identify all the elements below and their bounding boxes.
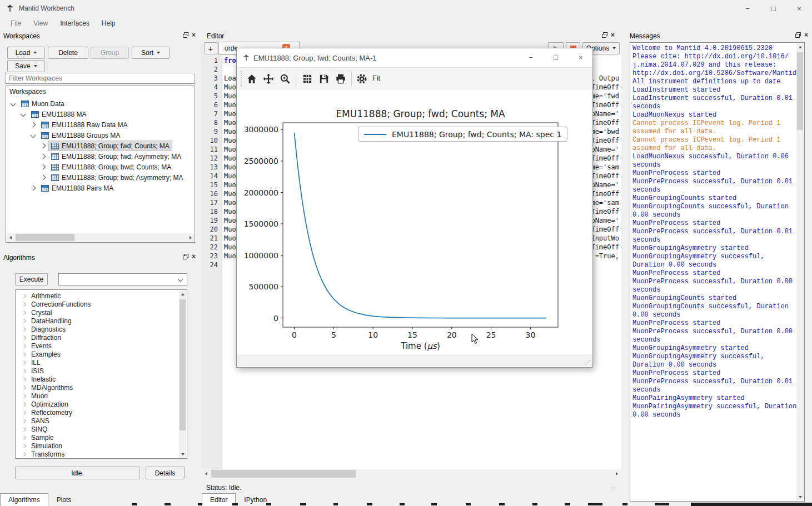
algorithm-category-row[interactable]: Simulation <box>17 442 178 450</box>
algorithm-select[interactable] <box>58 273 187 285</box>
filter-workspaces-input[interactable] <box>6 73 195 84</box>
menu-item[interactable]: Interfaces <box>54 18 96 29</box>
scroll-right-icon[interactable] <box>187 233 194 242</box>
expander-icon[interactable] <box>22 435 26 439</box>
algorithm-category-row[interactable]: Reflectometry <box>17 408 178 417</box>
scrollbar-thumb[interactable] <box>180 299 186 430</box>
combobox-arrow-icon[interactable] <box>178 277 183 282</box>
resize-grip[interactable]: ⁝⁝ <box>611 485 616 492</box>
expander-icon[interactable] <box>22 452 26 456</box>
algorithm-progress-button[interactable]: Idle. <box>15 467 140 479</box>
save-button[interactable]: Save <box>7 60 45 72</box>
zoom-icon[interactable] <box>279 73 291 85</box>
expander-icon[interactable] <box>22 302 26 306</box>
scroll-down-icon[interactable] <box>179 450 186 458</box>
scroll-down-icon[interactable] <box>796 493 804 500</box>
plot-figure-window[interactable]: EMU11888; Group; fwd; Counts; MA-1 − □ × <box>236 48 593 368</box>
workspace-tree-row[interactable]: Muon Data <box>7 98 193 109</box>
scroll-right-icon[interactable] <box>613 469 620 478</box>
menu-item[interactable]: File <box>4 18 27 29</box>
dock-tab[interactable]: Algorithms <box>0 493 48 506</box>
scrollbar-thumb[interactable] <box>16 234 74 241</box>
menu-item[interactable]: View <box>27 18 54 29</box>
tree-hscrollbar[interactable] <box>7 233 194 242</box>
fit-button[interactable]: Fit <box>369 73 383 83</box>
scroll-up-icon[interactable] <box>179 290 186 298</box>
algorithm-category-row[interactable]: Crystal <box>17 308 178 317</box>
plot-canvas[interactable]: EMU11888; Group; fwd; Counts; MA 0510152… <box>237 90 592 355</box>
tree-root-label[interactable]: Workspaces <box>9 88 46 96</box>
expander-icon[interactable] <box>22 368 26 373</box>
grid-icon[interactable] <box>301 73 313 85</box>
expander-icon[interactable] <box>31 186 36 191</box>
algorithm-category-row[interactable]: Transforms <box>17 450 178 458</box>
algorithm-category-row[interactable]: ILL <box>17 358 178 367</box>
minimize-button[interactable]: − <box>735 0 760 17</box>
expander-icon[interactable] <box>22 352 26 356</box>
expander-icon[interactable] <box>22 443 26 448</box>
expander-icon[interactable] <box>22 293 26 298</box>
expander-icon[interactable] <box>41 154 46 159</box>
undock-icon[interactable] <box>795 32 801 38</box>
scroll-left-icon[interactable] <box>202 469 210 478</box>
expander-icon[interactable] <box>22 360 26 364</box>
customize-icon[interactable] <box>356 73 368 85</box>
plot-legend[interactable]: EMU11888; Group; fwd; Counts; MA: spec 1 <box>358 127 567 142</box>
workspace-tree-row[interactable]: EMU11888; Group; bwd; Counts; MA <box>7 162 193 172</box>
expander-icon[interactable] <box>31 133 36 138</box>
close-button[interactable]: × <box>786 0 812 17</box>
editor-hscrollbar[interactable] <box>201 469 621 478</box>
expander-icon[interactable] <box>22 335 26 339</box>
algorithm-category-row[interactable]: Sample <box>17 433 178 442</box>
workspaces-tree[interactable]: Workspaces Muon Data EMU11888 MA <box>6 86 195 243</box>
execute-button[interactable]: Execute <box>15 273 48 285</box>
workspace-tree-row[interactable]: EMU11888; Group; bwd; Asymmetry; MA <box>7 172 193 183</box>
expander-icon[interactable] <box>21 112 26 117</box>
expander-icon[interactable] <box>22 393 26 398</box>
algorithm-category-row[interactable]: SANS <box>17 417 178 425</box>
workspace-tree-row[interactable]: EMU11888 Groups MA <box>7 130 193 141</box>
pan-icon[interactable] <box>262 73 275 85</box>
algorithms-vscrollbar[interactable] <box>179 290 186 458</box>
workspace-tree-row[interactable]: EMU11888; Group; fwd; Asymmetry; MA <box>7 151 193 162</box>
workspace-tree-row[interactable]: EMU11888; Group; fwd; Counts; MA <box>7 141 193 151</box>
undock-icon[interactable] <box>183 32 188 38</box>
algorithm-category-row[interactable]: DataHandling <box>17 317 178 325</box>
algorithm-categories-list[interactable]: Arithmetic CorrectionFunctions Crystal D… <box>15 289 187 459</box>
expander-icon[interactable] <box>22 402 26 406</box>
dock-tab[interactable]: Editor <box>202 493 236 506</box>
expander-icon[interactable] <box>22 410 26 414</box>
group-button[interactable]: Group <box>91 47 129 59</box>
save-icon[interactable] <box>318 73 330 85</box>
expander-icon[interactable] <box>22 343 26 348</box>
close-panel-icon[interactable]: × <box>192 254 196 259</box>
expander-icon[interactable] <box>41 164 46 170</box>
messages-log[interactable]: Welcome to Mantid 4.0.20190615.2320Pleas… <box>630 42 805 502</box>
expander-icon[interactable] <box>22 418 26 423</box>
algorithm-category-row[interactable]: Diffraction <box>17 333 178 342</box>
algorithm-category-row[interactable]: Inelastic <box>17 375 178 383</box>
scroll-left-icon[interactable] <box>7 233 14 242</box>
menu-item[interactable]: Help <box>96 18 122 29</box>
algorithm-category-row[interactable]: Optimization <box>17 400 178 408</box>
expander-icon[interactable] <box>31 122 36 128</box>
dock-tab[interactable]: Plots <box>48 493 80 506</box>
print-icon[interactable] <box>335 73 347 85</box>
workspace-tree-row[interactable]: EMU11888 MA <box>7 109 193 119</box>
algorithm-category-row[interactable]: Muon <box>17 392 178 400</box>
expander-icon[interactable] <box>22 427 26 431</box>
algorithm-category-row[interactable]: Examples <box>17 350 178 358</box>
details-button[interactable]: Details <box>146 467 185 479</box>
workspace-tree-row[interactable]: EMU11888 Raw Data MA <box>7 119 193 130</box>
algorithm-category-row[interactable]: Events <box>17 342 178 350</box>
minimize-button[interactable]: − <box>521 48 540 67</box>
scroll-up-icon[interactable] <box>796 43 804 51</box>
resize-grip[interactable]: ⋰ <box>585 359 591 366</box>
algorithm-category-row[interactable]: SINQ <box>17 425 178 433</box>
undock-icon[interactable] <box>602 32 607 38</box>
scrollbar-thumb[interactable] <box>211 470 356 478</box>
algorithm-category-row[interactable]: CorrectionFunctions <box>17 300 178 308</box>
workspace-tree-row[interactable]: EMU11888 Pairs MA <box>7 183 193 193</box>
new-tab-button[interactable]: + <box>204 42 217 54</box>
undock-icon[interactable] <box>183 254 188 259</box>
